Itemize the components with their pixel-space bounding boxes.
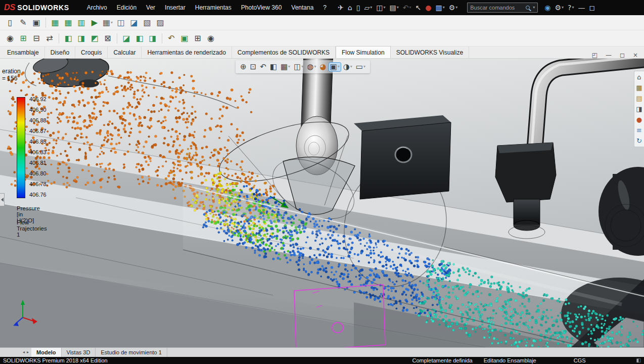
new-document-icon[interactable]: ▯	[4, 16, 17, 29]
goals-icon[interactable]: ◪	[120, 32, 133, 44]
options-gear-icon[interactable]: ⚙▾	[447, 3, 459, 12]
fan-condition-icon[interactable]: ◨	[75, 32, 88, 44]
edit-appearance-icon[interactable]: ◕	[318, 63, 327, 71]
menu-insertar[interactable]: Insertar	[160, 2, 190, 13]
restore-window-icon[interactable]: ◻	[620, 52, 625, 58]
doc-tab-modelo[interactable]: Modelo	[31, 348, 62, 357]
menu-edici-n[interactable]: Edición	[112, 2, 141, 13]
maximize-window-icon[interactable]: ◻	[587, 3, 596, 12]
view-palette-icon[interactable]: ◨	[636, 106, 642, 112]
print-icon[interactable]: ▤▾	[388, 3, 400, 12]
search-icon[interactable]	[526, 6, 530, 10]
swap-configuration-icon[interactable]: ⇄	[43, 32, 56, 44]
login-icon[interactable]: ◉	[543, 3, 552, 12]
resources-icon[interactable]: ●	[424, 3, 433, 12]
tab-scroll-arrows[interactable]: ◂ ▸	[20, 348, 31, 357]
menu-photoview-360[interactable]: PhotoView 360	[237, 2, 287, 13]
section-view-icon[interactable]: ◧	[269, 63, 278, 71]
save-icon[interactable]: ◫▾	[375, 3, 387, 12]
collapse-panel-arrow-icon[interactable]	[0, 193, 5, 206]
insert-box-icon[interactable]: ⊞	[191, 32, 204, 44]
pin-menu-icon[interactable]: ✈	[336, 3, 345, 12]
command-search[interactable]: Buscar comandos ▾	[467, 3, 538, 13]
report-icon[interactable]: ▨	[154, 16, 167, 29]
tab-scroll-right-icon[interactable]: ▸	[27, 350, 29, 354]
display-style-icon[interactable]: ◫▾	[293, 63, 304, 71]
minimize-window-icon[interactable]: —	[606, 52, 612, 58]
cut-plot-icon[interactable]: ◫	[114, 16, 127, 29]
tab-complementos-de-solidworks[interactable]: Complementos de SOLIDWORKS	[232, 47, 336, 58]
undo-icon[interactable]: ↶▾	[401, 3, 413, 12]
display-monitor-icon[interactable]: ▭▾	[355, 63, 366, 71]
view-settings-icon[interactable]: ◑▾	[342, 63, 353, 71]
menu-ver[interactable]: Ver	[142, 2, 160, 13]
status-panel-icon[interactable]: ◧	[636, 358, 641, 363]
insert-goals-icon[interactable]: ⊞	[17, 32, 30, 44]
help-icon[interactable]: ?▾	[566, 3, 575, 12]
flow-trajectories-icon[interactable]: ◪	[127, 16, 141, 29]
goal-plot-icon[interactable]: ▦	[62, 16, 75, 29]
display-settings-icon[interactable]: ▥▾	[434, 3, 446, 12]
xy-plot-icon[interactable]: ▧	[141, 16, 154, 29]
app-version-label: SOLIDWORKS Premium 2018 x64 Edition	[3, 357, 108, 363]
forum-icon[interactable]: ↻	[636, 138, 642, 144]
run-solver-icon[interactable]: ▶	[88, 16, 101, 29]
toolbar-separator	[45, 18, 46, 28]
task-home-icon[interactable]: ⌂	[637, 74, 641, 80]
boundary-condition-icon[interactable]: ◧	[62, 32, 75, 44]
file-explorer-icon[interactable]: ▤	[636, 95, 642, 102]
logo-text: SOLIDWORKS	[17, 4, 69, 12]
appearances-icon[interactable]: ●	[636, 116, 642, 123]
flow-simulation-scene[interactable]	[0, 59, 644, 347]
home-icon[interactable]: ⌂	[346, 3, 354, 12]
tab-flow-simulation[interactable]: Flow Simulation	[336, 46, 391, 58]
open-document-icon[interactable]: ▱▾	[362, 3, 374, 12]
menu-archivo[interactable]: Archivo	[82, 2, 112, 13]
menu-herramientas[interactable]: Herramientas	[191, 2, 236, 13]
zoom-to-area-icon[interactable]: ⊡	[249, 63, 258, 71]
copy-icon[interactable]: ▣	[30, 16, 43, 29]
design-library-icon[interactable]: ▦	[636, 84, 642, 91]
close-window-icon[interactable]: ×	[633, 52, 638, 58]
load-results-icon[interactable]: ▦	[49, 16, 62, 29]
results-folder-icon[interactable]: ▣	[178, 32, 191, 44]
tab-scroll-left-icon[interactable]: ◂	[23, 350, 25, 354]
menu-[interactable]: ?	[318, 2, 331, 13]
units-label[interactable]: CGS	[574, 357, 586, 363]
hide-show-items-icon[interactable]: ◍▾	[306, 63, 317, 71]
tab-croquis[interactable]: Croquis	[75, 47, 108, 58]
mesh-icon[interactable]: ▦▾	[101, 16, 114, 29]
apply-scene-icon[interactable]: ▣▾	[329, 63, 341, 71]
doc-tab-vistas-3d[interactable]: Vistas 3D	[62, 348, 96, 357]
return-icon[interactable]: ↶	[165, 32, 178, 44]
view-orientation-icon[interactable]: ▦▾	[280, 63, 291, 71]
about-info-icon[interactable]: ◉	[204, 32, 217, 44]
custom-properties-icon[interactable]: ≡	[636, 127, 642, 133]
edit-sketch-icon[interactable]: ✎	[17, 16, 30, 29]
menu-ventana[interactable]: Ventana	[287, 2, 318, 13]
surface-parameters-icon[interactable]: ▥	[75, 16, 88, 29]
local-mesh-icon[interactable]: ◧	[133, 32, 146, 44]
minimize-window-icon[interactable]: —	[576, 3, 586, 12]
delete-condition-icon[interactable]: ⊠	[101, 32, 114, 44]
new-document-icon[interactable]: ▯	[355, 3, 362, 12]
tab-dise-o[interactable]: Diseño	[45, 47, 75, 58]
component-control-icon[interactable]: ◨	[146, 32, 159, 44]
flow-simulation-toolbar: ◉⊞⊟⇄◧◨◩⊠◪◧◨↶▣⊞◉	[0, 30, 644, 47]
tab-calcular[interactable]: Calcular	[108, 47, 142, 58]
select-icon[interactable]: ↖	[413, 3, 423, 12]
previous-view-icon[interactable]: ↶	[259, 63, 267, 71]
zoom-to-fit-icon[interactable]: ⊕	[239, 63, 248, 71]
undock-window-icon[interactable]: ◰	[592, 52, 597, 58]
3d-viewport[interactable]: ⊕⊡↶◧▦▾◫▾◍▾◕▣▾◑▾▭▾ eration = 156 406.9240…	[0, 59, 644, 347]
tab-ensamblaje[interactable]: Ensamblaje	[2, 47, 45, 58]
settings-gear-icon[interactable]: ⚙▾	[553, 3, 565, 12]
doc-tab-estudio-de-movimiento-1[interactable]: Estudio de movimiento 1	[96, 348, 167, 357]
search-caret-icon[interactable]: ▾	[533, 6, 535, 10]
clone-project-icon[interactable]: ⊟	[30, 32, 43, 44]
tab-solidworks-visualize[interactable]: SOLIDWORKS Visualize	[391, 47, 470, 58]
tab-herramientas-de-renderizado[interactable]: Herramientas de renderizado	[142, 47, 232, 58]
dropdown-caret-icon: ▾	[455, 6, 457, 10]
heat-source-icon[interactable]: ◩	[88, 32, 101, 44]
simulation-info-icon[interactable]: ◉	[4, 32, 17, 44]
